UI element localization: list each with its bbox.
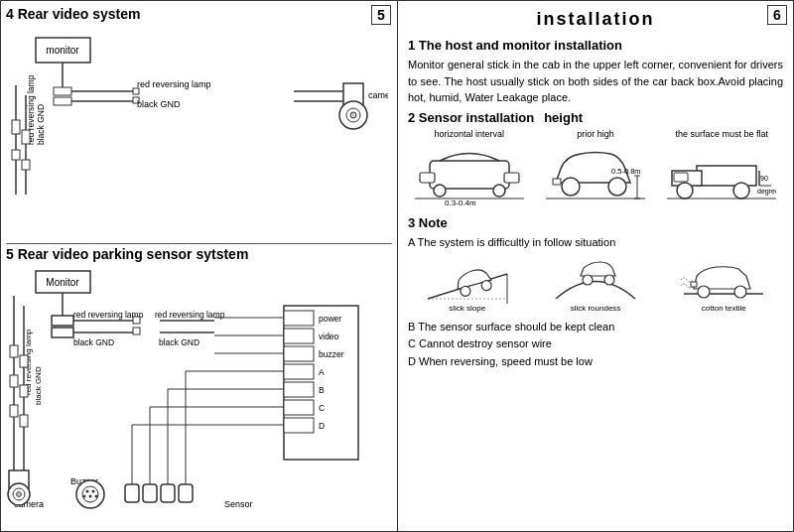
surface-flat-svg: 90 degree xyxy=(667,141,776,205)
svg-rect-48 xyxy=(284,346,314,361)
svg-point-132 xyxy=(604,275,614,285)
sensor-diag-prior: prior high 0.5-0.8m xyxy=(534,129,656,209)
svg-point-18 xyxy=(350,112,356,118)
prior-high-svg: 0.5-0.8m xyxy=(546,141,645,205)
svg-text:buzzer: buzzer xyxy=(319,349,344,359)
system4-title: 4 Rear video system xyxy=(6,6,392,22)
trouble-label-2: slick roundess xyxy=(571,304,621,313)
svg-text:degree: degree xyxy=(757,188,776,196)
cotton-svg xyxy=(679,254,768,304)
section2-height-label: height xyxy=(544,110,583,125)
trouble-slick-round: slick roundess xyxy=(551,254,640,313)
system4-diagram: 4 Rear video system monitor red reversin… xyxy=(6,6,392,244)
svg-text:Monitor: Monitor xyxy=(46,277,79,288)
section1-heading: 1 The host and monitor installation xyxy=(408,38,783,53)
svg-rect-74 xyxy=(20,415,28,427)
svg-rect-50 xyxy=(284,364,314,379)
svg-rect-92 xyxy=(179,484,193,502)
system4-svg: monitor red reversing lamp black GND red… xyxy=(6,26,388,234)
svg-text:0.5-0.8m: 0.5-0.8m xyxy=(611,167,641,176)
svg-rect-89 xyxy=(125,484,139,502)
svg-rect-5 xyxy=(54,87,71,95)
sensor-label-2: prior high xyxy=(534,129,656,139)
trouble-slick-slope: slick slope xyxy=(423,254,512,313)
svg-point-118 xyxy=(677,183,693,199)
svg-text:power: power xyxy=(319,314,341,324)
svg-rect-69 xyxy=(10,345,18,357)
trouble-label-3: cotton textile xyxy=(702,304,746,313)
system5-title: 5 Rear video parking sensor sytstem xyxy=(6,246,392,262)
sensor-label-3: the surface must be flat xyxy=(661,129,783,139)
svg-text:video: video xyxy=(319,332,339,341)
main-title: installation xyxy=(408,9,783,30)
note-c: C Cannot destroy sensor wire xyxy=(408,335,783,353)
trouble-diagrams: slick slope slick roundess xyxy=(408,254,783,313)
svg-rect-54 xyxy=(284,400,314,415)
svg-rect-38 xyxy=(133,328,140,334)
right-panel: 6 installation 1 The host and monitor in… xyxy=(397,0,794,532)
svg-rect-102 xyxy=(420,173,435,183)
system5-diagram: 5 Rear video parking sensor sytstem Moni… xyxy=(6,246,392,514)
sensor-diag-flat: the surface must be flat 90 degree xyxy=(661,129,783,209)
svg-rect-90 xyxy=(143,484,157,502)
svg-point-108 xyxy=(562,178,580,196)
svg-text:black  GND: black GND xyxy=(137,99,181,109)
svg-rect-10 xyxy=(133,88,139,94)
svg-point-80 xyxy=(89,495,92,498)
svg-text:Sensor: Sensor xyxy=(224,499,253,509)
svg-rect-6 xyxy=(54,97,71,105)
left-panel: 5 4 Rear video system monitor red revers… xyxy=(0,0,397,532)
svg-rect-44 xyxy=(284,311,314,326)
svg-text:A: A xyxy=(319,367,325,377)
note-items: B The sensor surface should be kept clea… xyxy=(408,319,783,371)
svg-text:black GND: black GND xyxy=(159,337,199,347)
svg-rect-27 xyxy=(22,160,30,170)
system5-svg: Monitor red reversing lamp black GND red… xyxy=(6,266,388,512)
svg-point-105 xyxy=(493,185,505,197)
svg-point-77 xyxy=(82,486,98,502)
svg-text:90: 90 xyxy=(760,175,768,182)
svg-rect-26 xyxy=(12,150,20,160)
svg-rect-32 xyxy=(52,328,73,337)
svg-point-119 xyxy=(733,183,749,199)
svg-rect-52 xyxy=(284,382,314,397)
svg-rect-110 xyxy=(553,179,561,185)
section3-sub-heading: A The system is difficultly in follow si… xyxy=(408,236,783,248)
svg-point-135 xyxy=(734,286,746,298)
svg-rect-136 xyxy=(691,282,697,287)
svg-point-134 xyxy=(698,286,710,298)
note-d: D When reversing, speed must be low xyxy=(408,353,783,371)
svg-rect-24 xyxy=(12,120,20,134)
svg-text:B: B xyxy=(319,385,325,395)
svg-text:black GND: black GND xyxy=(34,366,43,405)
svg-rect-37 xyxy=(133,317,140,324)
svg-point-79 xyxy=(92,490,95,493)
note-b: B The sensor surface should be kept clea… xyxy=(408,319,783,336)
svg-rect-46 xyxy=(284,329,314,343)
svg-rect-70 xyxy=(20,355,28,367)
section2-heading: 2 Sensor installation xyxy=(408,110,534,125)
slick-slope-svg xyxy=(423,254,512,304)
slick-round-svg xyxy=(551,254,640,304)
svg-point-82 xyxy=(95,495,98,498)
svg-rect-71 xyxy=(10,375,18,387)
svg-point-131 xyxy=(583,275,593,285)
right-page-number: 6 xyxy=(767,5,787,25)
section3-heading: 3 Note xyxy=(408,215,783,230)
svg-point-87 xyxy=(17,492,22,497)
svg-rect-56 xyxy=(284,418,314,433)
trouble-cotton: cotton textile xyxy=(679,254,768,313)
sensor-label-1: horizontal interval xyxy=(408,129,530,139)
svg-rect-73 xyxy=(10,405,18,417)
horizontal-interval-svg: 0.3-0.4m xyxy=(415,141,524,205)
section1-body: Monitor general stick in the cab in the … xyxy=(408,57,783,106)
svg-text:black GND: black GND xyxy=(73,337,114,347)
svg-text:red  reversing lamp: red reversing lamp xyxy=(137,79,211,89)
svg-point-109 xyxy=(608,178,626,196)
svg-rect-120 xyxy=(674,173,688,182)
svg-text:camera: camera xyxy=(368,90,388,100)
svg-text:0.3-0.4m: 0.3-0.4m xyxy=(445,199,476,205)
svg-point-104 xyxy=(434,185,446,197)
svg-rect-25 xyxy=(22,130,30,144)
svg-text:monitor: monitor xyxy=(46,45,79,56)
